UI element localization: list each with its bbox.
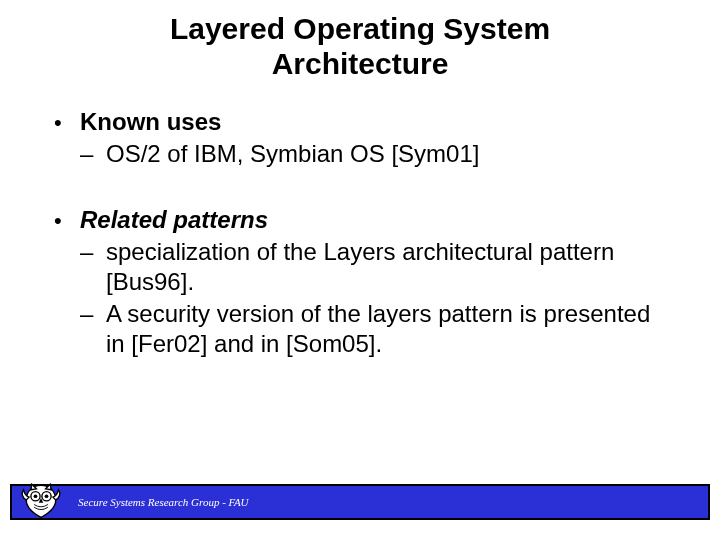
heading-related-patterns: Related patterns <box>80 205 666 235</box>
svg-point-2 <box>34 494 38 498</box>
sub-bullet-text: OS/2 of IBM, Symbian OS [Sym01] <box>106 139 666 169</box>
title-line-1: Layered Operating System <box>170 12 550 45</box>
slide-title: Layered Operating System Architecture <box>0 0 720 81</box>
dash-icon <box>80 237 106 297</box>
sub-bullet: OS/2 of IBM, Symbian OS [Sym01] <box>54 139 666 169</box>
bullet-dot-icon <box>54 107 80 137</box>
sub-bullet: specialization of the Layers architectur… <box>54 237 666 297</box>
footer-bar: Secure Systems Research Group - FAU <box>10 484 710 520</box>
owl-logo-icon <box>18 476 64 522</box>
sub-bullet-text: A security version of the layers pattern… <box>106 299 666 359</box>
dash-icon <box>80 139 106 169</box>
bullet-dot-icon <box>54 205 80 235</box>
sub-bullet: A security version of the layers pattern… <box>54 299 666 359</box>
slide-content: Known uses OS/2 of IBM, Symbian OS [Sym0… <box>0 81 720 359</box>
slide: Layered Operating System Architecture Kn… <box>0 0 720 540</box>
heading-known-uses: Known uses <box>80 107 666 137</box>
dash-icon <box>80 299 106 359</box>
bullet-related-patterns: Related patterns <box>54 205 666 235</box>
title-line-2: Architecture <box>272 47 449 80</box>
bullet-known-uses: Known uses <box>54 107 666 137</box>
footer-text: Secure Systems Research Group - FAU <box>78 496 249 508</box>
svg-point-3 <box>45 494 49 498</box>
sub-bullet-text: specialization of the Layers architectur… <box>106 237 666 297</box>
spacer <box>54 171 666 205</box>
